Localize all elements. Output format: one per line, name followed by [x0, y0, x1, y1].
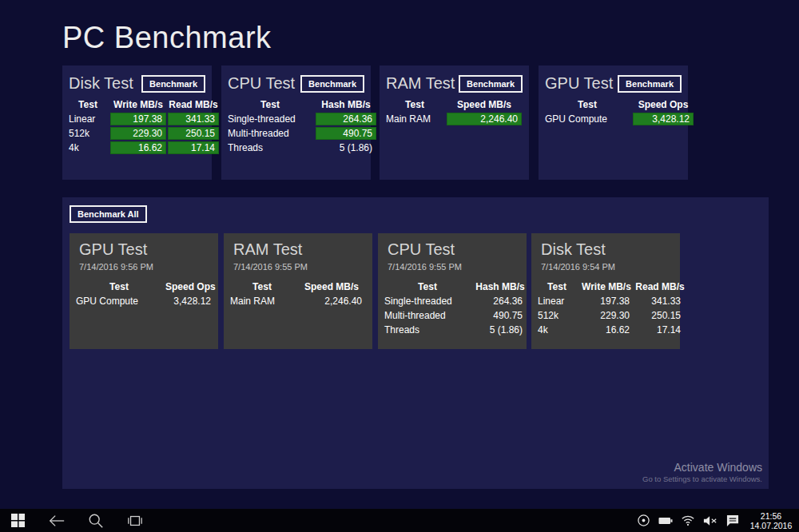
row-label: Multi-threaded: [226, 127, 314, 140]
history-card-title: GPU Test: [70, 233, 218, 260]
safely-remove-icon[interactable]: [635, 510, 651, 532]
disk-test-title: Disk Test: [69, 74, 133, 93]
result-value: 197.38: [579, 295, 634, 308]
battery-icon[interactable]: [658, 510, 674, 532]
row-label: Threads: [226, 141, 314, 154]
cpu-history-table: Test Hash MB/s Single-threaded 264.36 Mu…: [378, 277, 527, 336]
start-icon[interactable]: [6, 510, 29, 532]
gpu-history-table: Test Speed Ops GPU Compute 3,428.12: [70, 277, 218, 308]
column-header: Test: [74, 281, 164, 293]
column-header: Test: [67, 99, 109, 111]
activate-windows-watermark: Activate Windows Go to Settings to activ…: [642, 461, 762, 484]
column-header: Test: [384, 99, 445, 111]
result-value: 264.36: [316, 113, 376, 125]
column-header: Test: [226, 99, 314, 111]
gpu-test-title: GPU Test: [545, 74, 613, 93]
ram-test-card: RAM Test Benchmark Test Speed MB/s Main …: [380, 66, 529, 180]
column-header: Write MB/s: [579, 281, 634, 293]
search-icon[interactable]: [85, 510, 107, 532]
history-card-title: RAM Test: [224, 233, 372, 260]
row-label: Main RAM: [229, 295, 296, 308]
history-card-title: Disk Test: [531, 233, 680, 260]
system-tray: 21:56 14.07.2016: [635, 509, 799, 532]
column-header: Hash MB/s: [316, 99, 376, 111]
disk-test-card: Disk Test Benchmark Test Write MB/s Read…: [62, 66, 212, 180]
row-label: 4k: [67, 141, 109, 154]
result-value: 197.38: [110, 113, 166, 125]
ram-test-title: RAM Test: [386, 74, 455, 93]
row-label: Single-threaded: [383, 295, 472, 308]
clock-date: 14.07.2016: [747, 521, 795, 530]
result-value: 16.62: [110, 141, 166, 154]
gpu-history-card: GPU Test 7/14/2016 9:56 PM Test Speed Op…: [70, 233, 218, 349]
result-value: 250.15: [635, 309, 685, 322]
result-value: 2,246.40: [297, 295, 366, 308]
result-value: 264.36: [474, 295, 527, 308]
action-center-icon[interactable]: [725, 510, 741, 532]
row-label: Threads: [383, 324, 472, 336]
row-label: 4k: [536, 324, 578, 336]
column-header: Speed Ops: [165, 281, 215, 293]
disk-history-card: Disk Test 7/14/2016 9:54 PM Test Write M…: [531, 233, 680, 349]
benchmark-all-button[interactable]: Benchmark All: [70, 205, 147, 223]
clock-time: 21:56: [747, 511, 795, 521]
column-header: Speed MB/s: [447, 99, 522, 111]
taskbar: 21:56 14.07.2016: [0, 509, 799, 532]
column-header: Read MB/s: [635, 281, 685, 293]
history-timestamp: 7/14/2016 9:56 PM: [70, 260, 218, 277]
result-value: 229.30: [579, 309, 634, 322]
disk-benchmark-button[interactable]: Benchmark: [141, 75, 205, 93]
row-label: Multi-threaded: [383, 309, 472, 322]
page-title: PC Benchmark: [62, 21, 272, 55]
column-header: Test: [543, 99, 631, 111]
gpu-test-card: GPU Test Benchmark Test Speed Ops GPU Co…: [539, 66, 688, 180]
history-timestamp: 7/14/2016 9:54 PM: [531, 260, 680, 277]
back-icon[interactable]: [46, 510, 68, 532]
watermark-line2: Go to Settings to activate Windows.: [642, 474, 762, 484]
disk-history-table: Test Write MB/s Read MB/s Linear 197.38 …: [531, 277, 680, 336]
history-panel: Benchmark All GPU Test 7/14/2016 9:56 PM…: [62, 197, 769, 489]
column-header: Write MB/s: [110, 99, 166, 111]
column-header: Test: [536, 281, 578, 293]
result-value: 16.62: [579, 324, 634, 336]
column-header: Speed MB/s: [297, 281, 366, 293]
cpu-results-table: Test Hash MB/s Single-threaded 264.36 Mu…: [221, 95, 371, 154]
gpu-results-table: Test Speed Ops GPU Compute 3,428.12: [539, 95, 688, 125]
result-value: 17.14: [168, 141, 219, 154]
column-header: Speed Ops: [633, 99, 694, 111]
column-header: Test: [383, 281, 472, 293]
row-label: 512k: [67, 127, 109, 140]
wifi-icon[interactable]: [680, 510, 696, 532]
watermark-line1: Activate Windows: [642, 461, 762, 474]
row-label: Main RAM: [384, 113, 445, 125]
row-label: GPU Compute: [543, 113, 631, 125]
ram-benchmark-button[interactable]: Benchmark: [459, 75, 523, 93]
history-timestamp: 7/14/2016 9:55 PM: [378, 260, 527, 277]
cpu-test-card: CPU Test Benchmark Test Hash MB/s Single…: [221, 66, 371, 180]
result-value: 5 (1.86): [316, 141, 376, 154]
result-value: 341.33: [635, 295, 685, 308]
history-card-title: CPU Test: [378, 233, 527, 260]
result-value: 3,428.12: [165, 295, 215, 308]
result-value: 229.30: [110, 127, 166, 140]
volume-muted-icon[interactable]: [702, 510, 718, 532]
gpu-benchmark-button[interactable]: Benchmark: [618, 75, 682, 93]
result-value: 490.75: [474, 309, 527, 322]
result-value: 2,246.40: [447, 113, 522, 125]
row-label: GPU Compute: [74, 295, 164, 308]
task-view-icon[interactable]: [124, 510, 146, 532]
taskbar-clock[interactable]: 21:56 14.07.2016: [747, 511, 795, 530]
result-value: 17.14: [635, 324, 685, 336]
history-timestamp: 7/14/2016 9:55 PM: [224, 260, 372, 277]
column-header: Hash MB/s: [474, 281, 527, 293]
row-label: 512k: [536, 309, 578, 322]
cpu-benchmark-button[interactable]: Benchmark: [300, 75, 364, 93]
ram-history-table: Test Speed MB/s Main RAM 2,246.40: [224, 277, 372, 308]
cpu-history-card: CPU Test 7/14/2016 9:55 PM Test Hash MB/…: [378, 233, 527, 349]
row-label: Linear: [536, 295, 578, 308]
result-value: 250.15: [168, 127, 219, 140]
result-value: 490.75: [316, 127, 376, 140]
cpu-test-title: CPU Test: [228, 74, 295, 93]
column-header: Test: [229, 281, 296, 293]
result-value: 5 (1.86): [474, 324, 527, 336]
